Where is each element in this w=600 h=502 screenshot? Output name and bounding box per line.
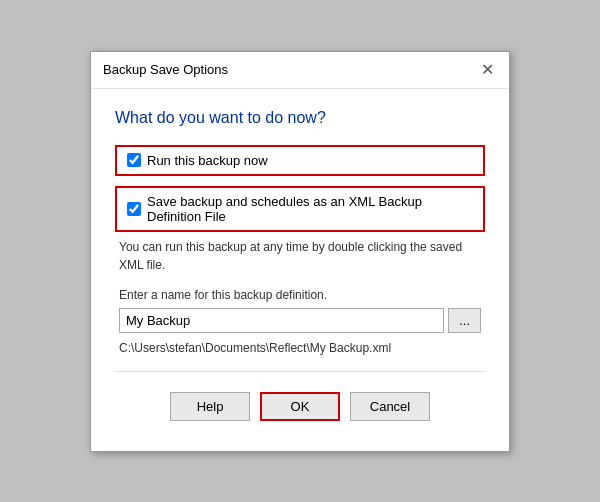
- backup-name-row: ...: [119, 308, 481, 333]
- help-button[interactable]: Help: [170, 392, 250, 421]
- title-bar: Backup Save Options ✕: [91, 52, 509, 89]
- run-backup-option-box: Run this backup now: [115, 145, 485, 176]
- save-xml-text: Save backup and schedules as an XML Back…: [147, 194, 473, 224]
- browse-button[interactable]: ...: [448, 308, 481, 333]
- run-backup-text: Run this backup now: [147, 153, 268, 168]
- ok-button[interactable]: OK: [260, 392, 340, 421]
- divider: [115, 371, 485, 372]
- run-backup-label[interactable]: Run this backup now: [127, 153, 268, 168]
- run-backup-checkbox[interactable]: [127, 153, 141, 167]
- backup-save-options-dialog: Backup Save Options ✕ What do you want t…: [90, 51, 510, 452]
- button-row: Help OK Cancel: [115, 384, 485, 435]
- backup-name-input[interactable]: [119, 308, 444, 333]
- cancel-button[interactable]: Cancel: [350, 392, 430, 421]
- backup-path-text: C:\Users\stefan\Documents\Reflect\My Bac…: [119, 341, 485, 355]
- hint-text: You can run this backup at any time by d…: [119, 238, 485, 274]
- field-label: Enter a name for this backup definition.: [119, 288, 485, 302]
- close-button[interactable]: ✕: [477, 60, 497, 80]
- dialog-question: What do you want to do now?: [115, 109, 485, 127]
- dialog-body: What do you want to do now? Run this bac…: [91, 89, 509, 451]
- save-xml-label[interactable]: Save backup and schedules as an XML Back…: [127, 194, 473, 224]
- dialog-title: Backup Save Options: [103, 62, 228, 77]
- save-xml-checkbox[interactable]: [127, 202, 141, 216]
- save-xml-option-box: Save backup and schedules as an XML Back…: [115, 186, 485, 232]
